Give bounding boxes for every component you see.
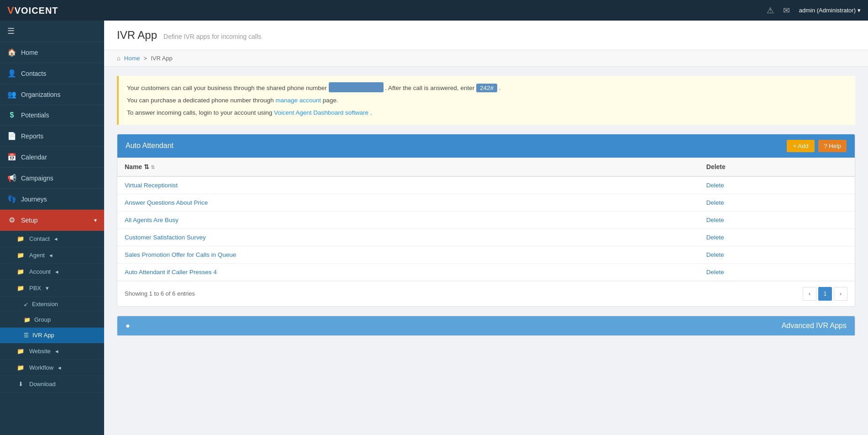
auto-attendant-panel: Auto Attendant + Add ? Help Name ⇅ Delet… [117,134,855,307]
table-row: Customer Satisfaction Survey Delete [117,228,855,246]
setup-arrow-icon: ▾ [94,217,97,223]
advanced-panel-title: Advanced IVR Apps [782,322,847,330]
cell-name: Customer Satisfaction Survey [117,228,699,246]
add-button[interactable]: + Add [787,140,815,152]
logo-text: VVOICENT [7,5,58,16]
delete-link[interactable]: Delete [706,269,724,276]
website-folder-icon: 📁 [16,348,25,355]
advanced-panel-header[interactable]: ● Advanced IVR Apps [117,316,855,335]
sidebar-sub-label: Account [29,268,51,275]
help-button[interactable]: ? Help [818,140,847,152]
delete-link[interactable]: Delete [706,251,724,258]
user-arrow-icon: ▾ [857,7,861,14]
row-name-link[interactable]: Sales Promotion Offer for Calls in Queue [125,251,236,258]
extension-icon: ↙ [24,301,28,308]
info-box: Your customers can call your business th… [117,76,855,125]
breadcrumb-separator: > [144,55,147,62]
sidebar-item-calendar[interactable]: 📅 Calendar [0,147,104,168]
sidebar-item-account[interactable]: 📁 Account ◂ [0,264,104,280]
row-name-link[interactable]: Answer Questions About Price [125,199,208,206]
sidebar-item-campaigns[interactable]: 📢 Campaigns [0,168,104,189]
potentials-icon: $ [7,111,16,119]
sidebar-item-download[interactable]: ⬇ Download [0,376,104,393]
next-page-button[interactable]: › [834,287,847,301]
delete-link[interactable]: Delete [706,217,724,223]
table-row: Sales Promotion Offer for Calls in Queue… [117,246,855,263]
cell-name: All Agents Are Busy [117,211,699,228]
sidebar-item-ivr-app[interactable]: ☰ IVR App [0,328,104,343]
agent-folder-icon: 📁 [16,252,25,259]
logo: VVOICENT [7,5,58,16]
cell-delete: Delete [699,176,855,194]
agent-dashboard-link[interactable]: Voicent Agent Dashboard software [274,109,368,116]
cell-name: Auto Attendant if Caller Presses 4 [117,263,699,281]
info-line1-end: . [499,85,501,91]
sidebar-item-organizations[interactable]: 👥 Organizations [0,84,104,105]
sidebar-item-contacts[interactable]: 👤 Contacts [0,63,104,84]
sidebar-item-reports[interactable]: 📄 Reports [0,126,104,147]
calendar-icon: 📅 [7,153,16,161]
row-name-link[interactable]: Customer Satisfaction Survey [125,234,206,241]
user-menu[interactable]: admin (Administrator) ▾ [799,7,861,14]
info-code: 242# [476,84,497,92]
sidebar-item-potentials[interactable]: $ Potentials [0,105,104,126]
sidebar-item-group[interactable]: 📁 Group [0,312,104,328]
sidebar-item-label: Setup [21,217,38,224]
panel-actions: + Add ? Help [787,140,847,152]
breadcrumb-home-icon: ⌂ [117,55,121,62]
page-header: IVR App Define IVR apps for incoming cal… [104,21,868,50]
website-arrow-icon: ◂ [55,348,58,355]
pagination: ‹ 1 › [803,287,847,301]
sidebar-toggle[interactable]: ☰ [0,21,104,42]
sidebar-item-agent[interactable]: 📁 Agent ◂ [0,247,104,264]
cell-name: Answer Questions About Price [117,194,699,211]
info-line2-prefix: You can purchase a dedicated phone numbe… [127,97,274,104]
sidebar-item-label: Potentials [21,111,49,119]
sidebar-item-workflow[interactable]: 📁 Workflow ◂ [0,360,104,376]
showing-text: Showing 1 to 6 of 6 entries [125,290,195,297]
main-content: IVR App Define IVR apps for incoming cal… [104,21,868,435]
group-folder-icon: 📁 [24,317,31,323]
sidebar-item-journeys[interactable]: 👣 Journeys [0,189,104,210]
sidebar-item-pbx[interactable]: 📁 PBX ▾ [0,280,104,297]
table-row: Virtual Receptionist Delete [117,176,855,194]
sidebar-sub-label: Website [29,348,51,355]
col-delete: Delete [699,158,855,176]
sidebar-sub-label: Workflow [29,364,53,371]
page-1-button[interactable]: 1 [818,287,832,301]
cell-delete: Delete [699,194,855,211]
row-name-link[interactable]: All Agents Are Busy [125,217,179,223]
info-line1: Your customers can call your business th… [127,82,847,94]
info-line3-suffix: . [370,109,372,116]
campaigns-icon: 📢 [7,174,16,182]
info-line1-prefix: Your customers can call your business th… [127,85,327,91]
breadcrumb-current: IVR App [151,55,173,62]
page-subtitle: Define IVR apps for incoming calls [163,33,261,40]
advanced-ivr-panel: ● Advanced IVR Apps [117,316,855,336]
mail-icon[interactable]: ✉ [783,5,790,16]
sidebar-item-contact[interactable]: 📁 Contact ◂ [0,231,104,247]
breadcrumb-home[interactable]: Home [124,55,140,62]
sidebar-item-home[interactable]: 🏠 Home [0,42,104,63]
auto-attendant-table: Name ⇅ Delete Virtual Receptionist Delet… [117,158,855,281]
manage-account-link[interactable]: manage account [275,97,321,104]
sidebar-item-setup[interactable]: ⚙ Setup ▾ [0,210,104,231]
sidebar-sub-label: Agent [29,252,45,259]
info-line3-prefix: To answer incoming calls, login to your … [127,109,272,116]
setup-icon: ⚙ [7,216,16,224]
alert-icon[interactable]: ⚠ [767,5,774,16]
row-name-link[interactable]: Auto Attendant if Caller Presses 4 [125,269,217,276]
delete-link[interactable]: Delete [706,234,724,241]
sidebar-item-label: Journeys [21,196,47,203]
sidebar-item-website[interactable]: 📁 Website ◂ [0,343,104,360]
delete-link[interactable]: Delete [706,182,724,189]
prev-page-button[interactable]: ‹ [803,287,816,301]
delete-link[interactable]: Delete [706,199,724,206]
row-name-link[interactable]: Virtual Receptionist [125,182,178,189]
ivr-app-icon: ☰ [24,332,29,339]
content-area: Your customers can call your business th… [104,67,868,354]
contact-arrow-icon: ◂ [54,235,58,242]
breadcrumb: ⌂ Home > IVR App [104,50,868,67]
col-name[interactable]: Name ⇅ [117,158,699,176]
sidebar-item-extension[interactable]: ↙ Extension [0,297,104,312]
